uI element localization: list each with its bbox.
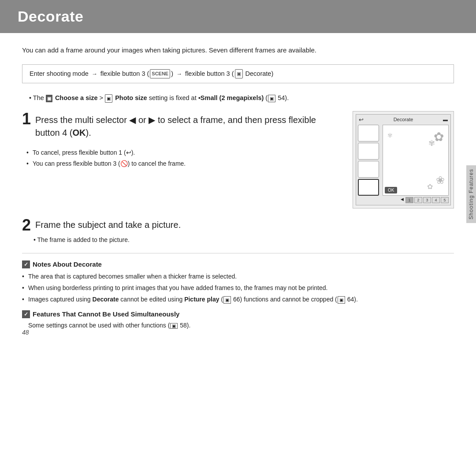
note-2: When using borderless printing to print …	[22, 283, 454, 293]
step2-heading: Frame the subject and take a picture.	[35, 217, 181, 230]
features-text: Some settings cannot be used with other …	[22, 322, 454, 329]
step1-text: 1 Press the multi selector ◀ or ▶ to sel…	[22, 111, 340, 171]
screen-title-bar: ↩ Decorate ▬	[358, 116, 449, 123]
tab-arrow-left: ◀	[401, 197, 404, 203]
features-section: ✓ Features That Cannot Be Used Simultane…	[22, 310, 454, 329]
step1-bullet2: You can press flexible button 3 (🚫) to c…	[26, 159, 340, 169]
check-icon: ✓	[22, 260, 30, 268]
camera-screen: ↩ Decorate ▬ ✿ ✾ ❀	[353, 111, 454, 208]
divider	[22, 253, 454, 253]
tab-3[interactable]: 3	[423, 197, 431, 203]
notes-bullets: The area that is captured becomes smalle…	[22, 272, 454, 304]
intro-text: You can add a frame around your images w…	[22, 45, 454, 56]
page-number: 48	[22, 329, 29, 336]
frame-item-2[interactable]	[358, 143, 379, 160]
sidebar-label: Shooting Features	[466, 165, 476, 223]
step2-section: 2 Frame the subject and take a picture. …	[22, 217, 454, 243]
ok-button[interactable]: OK	[385, 187, 397, 193]
frame-item-4[interactable]	[358, 179, 379, 196]
navigation-box: Enter shooting mode → flexible button 3 …	[22, 64, 454, 84]
main-content: You can add a frame around your images w…	[0, 33, 476, 344]
frame-list	[358, 125, 381, 196]
step2-sub: The frame is added to the picture.	[22, 236, 454, 243]
notes-header: ✓ Notes About Decorate	[22, 260, 454, 268]
tab-2[interactable]: 2	[414, 197, 422, 203]
step1-bullet1: To cancel, press flexible button 1 (↩).	[26, 148, 340, 158]
screen-undo-icon: ↩	[359, 116, 364, 123]
nav-text: Enter shooting mode → flexible button 3 …	[30, 70, 273, 77]
note-3: Images captured using Decorate cannot be…	[22, 295, 454, 304]
step1-number: 1	[22, 111, 31, 127]
note-1: The area that is captured becomes smalle…	[22, 272, 454, 281]
title-bar: Decorate	[0, 0, 476, 33]
tab-4[interactable]: 4	[432, 197, 440, 203]
screen-title: Decorate	[394, 117, 413, 122]
screen-battery-icon: ▬	[443, 117, 448, 122]
screen-content: ✿ ✾ ❀ ✿ ✾ OK	[358, 125, 449, 196]
step1-sub-bullets: To cancel, press flexible button 1 (↩). …	[22, 148, 340, 169]
features-header: ✓ Features That Cannot Be Used Simultane…	[22, 310, 454, 318]
frame-item-1[interactable]	[358, 125, 379, 141]
bottom-tabs: ◀ 1 2 3 4 5	[358, 197, 449, 203]
step1-section: 1 Press the multi selector ◀ or ▶ to sel…	[22, 111, 454, 208]
notes-title: Notes About Decorate	[33, 260, 102, 268]
step2-number: 2	[22, 217, 31, 233]
step1-heading: Press the multi selector ◀ or ▶ to selec…	[35, 111, 340, 139]
bullet-note: The ▣ Choose a size > ▣ Photo size setti…	[22, 93, 454, 103]
screen-inner: ↩ Decorate ▬ ✿ ✾ ❀	[356, 114, 451, 205]
tab-1[interactable]: 1	[405, 197, 413, 203]
notes-section: ✓ Notes About Decorate The area that is …	[22, 260, 454, 304]
page-title: Decorate	[18, 8, 458, 25]
features-title: Features That Cannot Be Used Simultaneou…	[33, 310, 179, 318]
features-check-icon: ✓	[22, 310, 30, 318]
frame-preview: ✿ ✾ ❀ ✿ ✾ OK	[383, 125, 449, 196]
tab-5[interactable]: 5	[441, 197, 449, 203]
frame-item-3[interactable]	[358, 161, 379, 178]
